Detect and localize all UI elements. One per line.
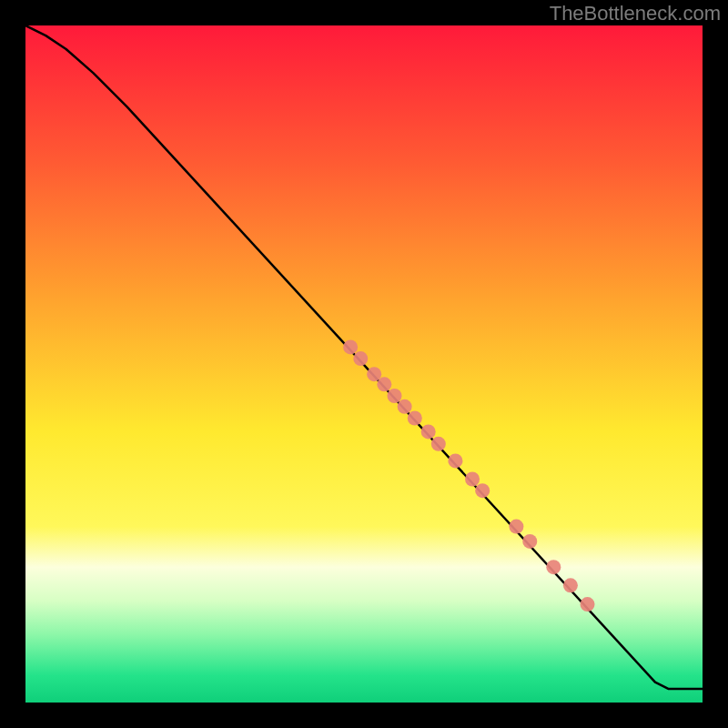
data-point bbox=[377, 377, 391, 391]
data-point bbox=[398, 399, 412, 414]
data-point bbox=[343, 339, 358, 354]
data-point bbox=[563, 578, 578, 592]
data-point bbox=[448, 453, 462, 468]
data-point bbox=[387, 389, 401, 403]
data-point bbox=[522, 534, 537, 549]
plot-area bbox=[25, 25, 703, 703]
chart-svg bbox=[25, 25, 703, 703]
data-point bbox=[431, 437, 446, 451]
data-point bbox=[465, 471, 480, 486]
data-point bbox=[353, 351, 368, 366]
data-point bbox=[509, 520, 523, 534]
data-point bbox=[546, 560, 561, 574]
data-point bbox=[408, 411, 422, 426]
chart-frame: TheBottleneck.com bbox=[0, 0, 728, 728]
watermark-text: TheBottleneck.com bbox=[550, 2, 721, 25]
data-point bbox=[421, 424, 436, 439]
data-point bbox=[475, 483, 490, 498]
data-point bbox=[581, 597, 595, 612]
